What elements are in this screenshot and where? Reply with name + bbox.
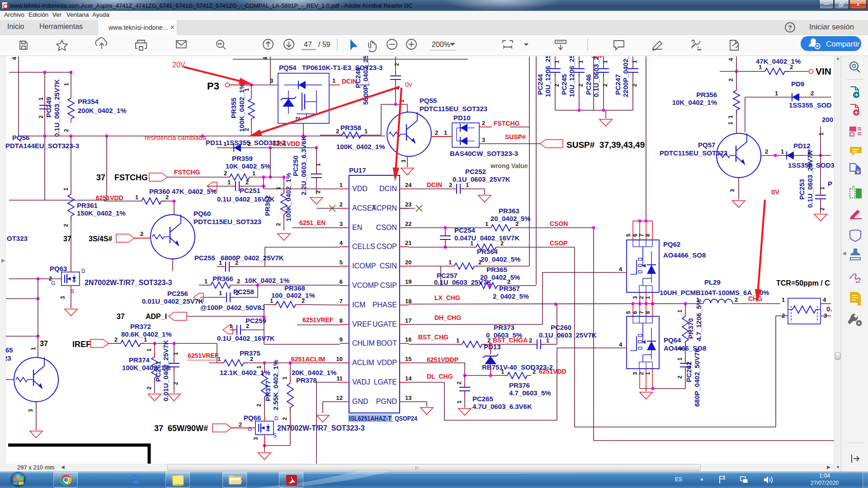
svg-text:10K_0402_1%: 10K_0402_1%	[672, 99, 717, 106]
svg-text:47: 47	[304, 41, 312, 48]
svg-text:1: 1	[219, 259, 222, 266]
svg-text:1: 1	[727, 115, 734, 118]
svg-text:2: 2	[515, 221, 519, 227]
svg-text:VIN: VIN	[816, 66, 831, 76]
svg-text:D: D	[81, 268, 85, 274]
svg-text:PQ63: PQ63	[50, 265, 67, 272]
svg-text:8: 8	[340, 317, 343, 324]
svg-text:PDTA144EU_SOT323-3: PDTA144EU_SOT323-3	[5, 142, 79, 150]
svg-text:3: 3	[632, 372, 638, 375]
svg-text:2: 2	[677, 375, 683, 379]
svg-text:7: 7	[638, 234, 645, 237]
svg-text:P3: P3	[207, 80, 219, 92]
svg-text:wrong Value: wrong Value	[490, 162, 528, 169]
svg-text:PR370: PR370	[687, 318, 694, 339]
svg-text:1: 1	[677, 310, 683, 313]
svg-text:1: 1	[38, 97, 44, 100]
svg-text:2: 2	[735, 296, 738, 303]
svg-text:37: 37	[117, 313, 125, 320]
svg-text:PC251: PC251	[240, 187, 260, 194]
svg-text:PR363: PR363	[499, 207, 519, 215]
svg-text:1: 1	[227, 179, 231, 186]
svg-text:1: 1	[282, 376, 288, 380]
svg-text:3: 3	[824, 312, 827, 319]
svg-text:0.1U_0603_25V7K: 0.1U_0603_25V7K	[806, 150, 814, 208]
svg-text:1: 1	[466, 182, 469, 188]
svg-text:PR358: PR358	[340, 124, 361, 131]
svg-text:VDDP: VDDP	[377, 359, 397, 366]
svg-text:20: 20	[405, 259, 411, 266]
svg-text:1: 1	[677, 357, 683, 361]
svg-text:PR368: PR368	[284, 284, 305, 292]
svg-text:PC253: PC253	[798, 179, 806, 200]
svg-text:2: 2	[250, 356, 253, 362]
svg-text:10U_1206_25V: 10U_1206_25V	[544, 56, 552, 97]
svg-text:7: 7	[638, 311, 645, 314]
svg-text:VREF: VREF	[352, 320, 372, 328]
svg-text:VADJ: VADJ	[352, 378, 370, 386]
svg-text:PC249: PC249	[45, 97, 52, 117]
svg-text:6: 6	[632, 234, 638, 237]
svg-text:Compartir: Compartir	[826, 40, 860, 48]
svg-text:2: 2	[315, 190, 321, 193]
svg-text:0.1U_0603_25V7K: 0.1U_0603_25V7K	[53, 79, 61, 137]
svg-text:CSON: CSON	[376, 224, 397, 231]
svg-text:PR373: PR373	[494, 324, 514, 331]
svg-text:7: 7	[340, 298, 343, 305]
svg-text:1: 1	[782, 296, 785, 303]
svg-text:1: 1	[332, 77, 335, 84]
svg-text:S: S	[273, 432, 277, 439]
svg-text:2: 2	[533, 368, 536, 375]
svg-text:2: 2	[638, 372, 645, 375]
svg-text:OT323: OT323	[7, 235, 28, 242]
svg-text:ADP_I: ADP_I	[146, 313, 167, 320]
svg-text:PQ64: PQ64	[664, 336, 681, 344]
svg-text:1: 1	[275, 187, 282, 190]
svg-text:FSTCHG: FSTCHG	[494, 120, 520, 127]
svg-text:PC254: PC254	[454, 226, 476, 234]
svg-text:PQ55: PQ55	[420, 97, 437, 104]
svg-text:2N7002W-T/R7_SOT323-3: 2N7002W-T/R7_SOT323-3	[85, 279, 172, 286]
svg-text:20V: 20V	[172, 61, 185, 69]
svg-text:PD9: PD9	[791, 80, 804, 88]
svg-text:PR365: PR365	[486, 266, 507, 273]
svg-text:20_0402_5%: 20_0402_5%	[491, 215, 530, 222]
svg-text:LGATE: LGATE	[374, 378, 397, 386]
svg-text:12: 12	[336, 394, 343, 401]
svg-text:2: 2	[302, 297, 305, 304]
svg-text:200%: 200%	[432, 41, 450, 48]
svg-text:6251VDD: 6251VDD	[273, 140, 300, 147]
svg-text:2: 2	[578, 84, 584, 87]
svg-text:PR374: PR374	[129, 356, 150, 364]
svg-text:2: 2	[235, 259, 238, 266]
svg-text:3: 3	[28, 409, 34, 412]
svg-text:20K_0402_1%: 20K_0402_1%	[292, 369, 336, 376]
svg-text:CSOP: CSOP	[377, 243, 397, 250]
svg-text:6251ACLIM: 6251ACLIM	[291, 356, 325, 363]
svg-text:2: 2	[529, 337, 532, 344]
svg-text:6251VDD: 6251VDD	[539, 368, 566, 375]
svg-text:10K_0402_1%: 10K_0402_1%	[245, 277, 289, 284]
svg-text:FSTCHG: FSTCHG	[174, 169, 200, 176]
svg-text:PC261: PC261	[154, 361, 162, 382]
svg-text:0.01U_0402_25V7K: 0.01U_0402_25V7K	[142, 297, 203, 305]
svg-text:1: 1	[554, 60, 560, 63]
svg-text:PC260: PC260	[551, 324, 571, 331]
svg-text:2: 2	[237, 278, 240, 285]
svg-text:37: 37	[40, 340, 48, 347]
svg-text:BOOT: BOOT	[377, 339, 397, 347]
svg-text:8: 8	[645, 311, 651, 314]
svg-text:2: 2	[340, 201, 343, 208]
svg-text:3: 3	[482, 136, 485, 143]
svg-text:PR356: PR356	[696, 91, 717, 99]
svg-text:13: 13	[405, 394, 411, 401]
svg-text:3: 3	[729, 189, 736, 192]
svg-text:2: 2	[49, 275, 52, 282]
svg-text:6251VDDP: 6251VDDP	[427, 356, 458, 363]
svg-text:2: 2	[275, 223, 282, 226]
svg-text:1: 1	[229, 323, 232, 329]
svg-text:DH_CHG: DH_CHG	[434, 314, 461, 321]
svg-text:47K_0402_1%: 47K_0402_1%	[756, 57, 801, 65]
svg-text:4.7U_0603_6.3V6K: 4.7U_0603_6.3V6K	[472, 403, 532, 410]
svg-text:VDD: VDD	[352, 185, 368, 192]
